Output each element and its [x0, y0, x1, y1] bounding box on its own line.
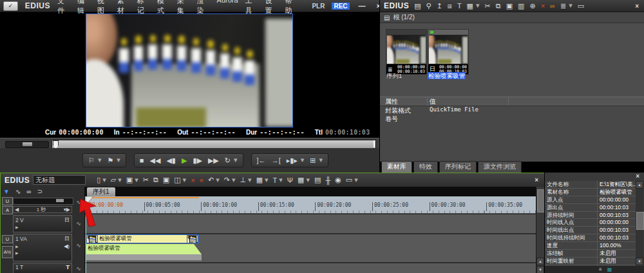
project-name-field[interactable]: 无标题 [33, 175, 86, 185]
stop-button[interactable]: ■ [140, 156, 144, 164]
scroll-down-icon[interactable]: ▼ [636, 258, 643, 265]
clip-name-label[interactable]: 序列1 [386, 72, 402, 80]
up-folder-icon[interactable]: ↥ [437, 2, 442, 10]
close-icon[interactable]: × [634, 173, 641, 180]
timescale-left-arrow[interactable]: ◀ [15, 207, 19, 212]
position-bar[interactable] [52, 140, 376, 149]
rewind-button[interactable]: ◀◀ [149, 156, 160, 165]
replace-dropdown[interactable]: ▾ [183, 176, 187, 185]
shuttle-slider[interactable] [5, 141, 49, 148]
redo-icon[interactable]: ↷ [224, 176, 230, 184]
thumbnail-mode-icon[interactable]: 日 [64, 235, 70, 242]
set-out-dropdown[interactable]: ▾ [117, 156, 120, 165]
delete-icon[interactable]: × [541, 2, 545, 10]
save-project-icon[interactable]: ▣ [126, 176, 133, 184]
add-cut-point-icon[interactable]: ⊥ [240, 176, 247, 184]
new-sequence-icon[interactable]: ▯ [97, 176, 100, 184]
scrollbar-thumb[interactable] [636, 212, 644, 230]
color-icon[interactable]: ◉ [335, 176, 341, 184]
snap-mode-icon[interactable]: ⊃ [37, 188, 42, 195]
expand-icon[interactable]: ▶ [15, 244, 19, 249]
replace-icon[interactable]: ◫ [174, 176, 180, 184]
render-icon[interactable]: ▦ [298, 176, 304, 184]
set-in-button[interactable]: ⚐ [88, 156, 95, 165]
save-dropdown[interactable]: ▾ [135, 176, 138, 185]
add-clip-icon[interactable]: ▦ [256, 176, 263, 184]
redo-dropdown[interactable]: ▾ [232, 176, 236, 185]
grid-icon[interactable]: ▦ [607, 267, 612, 272]
loop-button[interactable]: ↻ [225, 156, 231, 165]
scroll-down-icon[interactable]: ▼ [536, 266, 544, 273]
add-to-timeline-icon[interactable]: ⊕ [529, 2, 535, 10]
play-around-button[interactable]: ▸▮▸ [287, 156, 298, 165]
paste-icon[interactable]: ▣ [506, 2, 513, 10]
title-icon[interactable]: T [273, 176, 278, 184]
new-clip-icon[interactable]: ▦ [467, 2, 473, 10]
timescale-selector[interactable]: ◀ 1 秒 ▾▶ [13, 206, 72, 213]
voiceover-icon[interactable]: Ψ [287, 176, 293, 184]
minimize-button[interactable]: — [357, 2, 368, 10]
play-around-dropdown[interactable]: ▾ [301, 156, 305, 165]
open-dropdown[interactable]: ▾ [118, 176, 122, 185]
list-icon[interactable]: ≡ [599, 267, 602, 272]
view-mode-icon[interactable]: ≣ [560, 2, 566, 10]
add-clip-dropdown[interactable]: ▾ [265, 176, 269, 185]
track-header-2v[interactable]: 2 V日 ▶ [13, 215, 72, 232]
copy-icon[interactable]: ⧉ [153, 176, 158, 184]
rec-indicator[interactable]: REC [332, 3, 349, 10]
track-header-1t[interactable]: 1 TT [13, 263, 72, 273]
undo-icon[interactable]: ↶ [208, 176, 214, 184]
timeline-zoom-slider[interactable] [13, 198, 73, 205]
export-icon[interactable]: ⧈ [448, 2, 452, 10]
monitor-icon[interactable]: ▭ [346, 176, 352, 184]
undo-dropdown[interactable]: ▾ [216, 176, 220, 185]
patch-icon[interactable]: ∿ [73, 242, 84, 249]
video-preview[interactable] [86, 14, 293, 127]
close-icon[interactable]: × [633, 3, 641, 10]
timescale-right-arrow[interactable]: ▶ [66, 207, 70, 212]
timeline-audio-clip[interactable]: 检验喷雾吸管 [86, 244, 202, 254]
color-label-icon[interactable]: ∞ [550, 2, 555, 10]
plr-indicator[interactable]: PLR [312, 3, 325, 10]
frame-back-button[interactable]: ◀▮ [166, 156, 176, 165]
video-mute-button[interactable]: U [2, 197, 13, 205]
shuttle-thumb[interactable] [23, 142, 32, 146]
bin-tab[interactable]: 素材库 [381, 161, 412, 173]
goto-in-button[interactable]: ]← [257, 156, 266, 164]
ripple-mode-icon[interactable]: ∿ [15, 188, 21, 195]
view-mode-dropdown[interactable]: ▾ [569, 1, 573, 10]
audio-mute-button[interactable]: A [2, 206, 13, 214]
track-header-1va[interactable]: 1 VA日 ▶◀) ▶ [13, 234, 72, 261]
close-icon[interactable]: × [533, 176, 540, 184]
bin-path-label[interactable]: 根 (1/2) [393, 13, 414, 22]
play-button[interactable]: ▶ [182, 156, 187, 165]
scroll-up-icon[interactable]: ▲ [636, 181, 643, 189]
monitor-dropdown[interactable]: ▾ [354, 176, 358, 185]
open-project-icon[interactable]: ▱ [111, 176, 116, 184]
delete-icon[interactable]: × [200, 176, 204, 184]
thumbnail-mode-icon[interactable]: 日 [64, 216, 70, 223]
speaker-icon[interactable]: ◀) [64, 243, 70, 249]
mixer-icon[interactable]: ╫ [325, 176, 330, 184]
new-clip-dropdown[interactable]: ▾ [476, 1, 480, 10]
bin-tab[interactable]: 源文件浏览 [478, 161, 522, 173]
scroll-up-icon[interactable]: ▲ [536, 258, 544, 265]
bin-tab[interactable]: 序列标记 [439, 161, 477, 173]
group-mode-icon[interactable]: ∞ [26, 188, 31, 195]
clip-name-label-selected[interactable]: 检验喷雾吸管 [428, 72, 466, 80]
fast-forward-button[interactable]: ▶▶ [208, 156, 219, 165]
add-title-icon[interactable]: T [457, 2, 462, 10]
sequence-tab[interactable]: 序列1 [87, 187, 115, 196]
render-dropdown[interactable]: ▾ [306, 176, 310, 185]
timeline-vertical-scrollbar[interactable]: ▲ ▼ [536, 187, 544, 273]
expand-icon[interactable]: ▶ [15, 250, 19, 255]
bin-tab[interactable]: 特效 [413, 161, 438, 173]
search-icon[interactable]: ⚲ [426, 2, 431, 10]
folder-icon[interactable]: ▤ [414, 2, 421, 10]
cut-icon[interactable]: ✂ [485, 2, 491, 10]
track-lane-2v[interactable] [85, 214, 536, 234]
toolbox-icon[interactable]: ▭ [578, 2, 584, 10]
new-dropdown[interactable]: ▾ [102, 176, 106, 185]
ripple-delete-icon[interactable]: × [191, 176, 194, 184]
timeline-video-clip[interactable]: 检验喷雾吸管 [86, 234, 199, 243]
